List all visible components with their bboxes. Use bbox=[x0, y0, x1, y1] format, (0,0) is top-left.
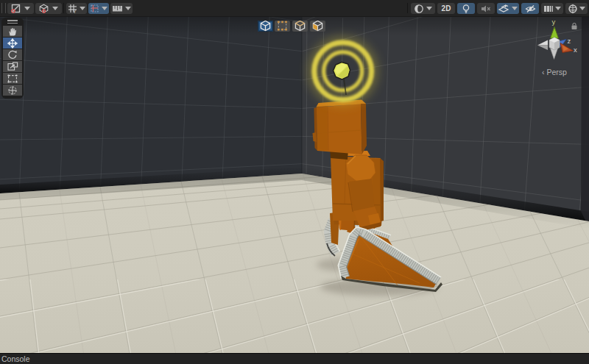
svg-text:‹ Persp: ‹ Persp bbox=[542, 68, 567, 76]
svg-text:z: z bbox=[568, 37, 571, 45]
svg-text:y: y bbox=[552, 18, 556, 26]
svg-text:x: x bbox=[574, 46, 577, 54]
svg-text:Y: Y bbox=[73, 9, 77, 13]
